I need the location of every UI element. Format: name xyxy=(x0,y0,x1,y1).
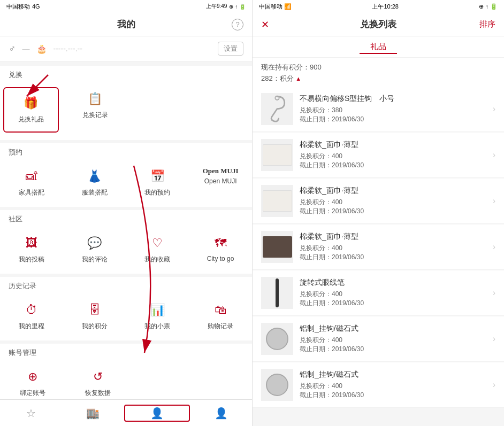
tab-gift[interactable]: 礼品 xyxy=(360,41,397,54)
post-icon: 🖼 xyxy=(22,234,41,253)
hook-mag1-points: 兑换积分：400 xyxy=(300,336,486,345)
right-carrier: 中国移动 📶 xyxy=(259,3,292,11)
shopping-record-label: 购物记录 xyxy=(208,322,233,331)
gift-item-hook[interactable]: 不易横向偏移S型挂钩 小号 兑换积分：380 截止日期：2019/06/30 › xyxy=(253,87,504,132)
restore-data-button[interactable]: ↺ 恢复数据 xyxy=(65,364,131,401)
open-muji-label: Open MUJI xyxy=(204,177,237,185)
hook-mag1-date: 截止日期：2019/06/30 xyxy=(300,345,486,354)
network-label: 4G xyxy=(32,3,40,10)
furniture-button[interactable]: 🛋 家具搭配 xyxy=(0,164,63,200)
history-section: 历史记录 ⏱ 我的里程 🗄 我的积分 📊 我的小票 🛍 购物记录 xyxy=(0,277,252,340)
settings-button[interactable]: 设置 xyxy=(218,42,243,56)
restore-icon: ↺ xyxy=(88,367,108,386)
my-receipt-label: 我的小票 xyxy=(144,322,170,331)
city-icon: 🗺 xyxy=(211,234,230,253)
cart-icon: 👤 xyxy=(215,407,228,420)
hook-mag2-name: 铝制_挂钩/磁石式 xyxy=(300,369,486,380)
left-time-label: 上午9:49 xyxy=(206,3,227,10)
my-receipt-button[interactable]: 📊 我的小票 xyxy=(126,297,189,334)
eyeliner-info: 旋转式眼线笔 兑换积分：400 截止日期：2019/06/30 xyxy=(300,277,486,308)
hook-mag2-points: 兑换积分：400 xyxy=(300,382,486,391)
sort-button[interactable]: 排序 xyxy=(479,19,495,29)
mileage-icon: ⏱ xyxy=(22,300,41,320)
battery-icons: ⊕ ↑ 🔋 xyxy=(229,4,246,10)
exchange-section: 兑换 🎁 兑换礼品 📋 兑换记录 xyxy=(0,66,252,140)
bind-account-button[interactable]: ⊕ 绑定账号 xyxy=(0,364,65,401)
bind-account-label: 绑定账号 xyxy=(20,389,45,398)
towel3-info: 棉柔软_面巾·薄型 兑换积分：400 截止日期：2019/06/30 xyxy=(300,231,486,262)
open-muji-brand: Open MUJI xyxy=(203,167,239,175)
collection-icon: ♡ xyxy=(148,234,167,253)
hook-item-info: 不易横向偏移S型挂钩 小号 兑换积分：380 截止日期：2019/06/30 xyxy=(300,94,486,125)
gift-item-towel2[interactable]: 棉柔软_面巾·薄型 兑换积分：400 截止日期：2019/06/30 › xyxy=(253,179,504,224)
towel2-date: 截止日期：2019/06/30 xyxy=(300,207,486,216)
city-to-go-label: City to go xyxy=(207,255,234,262)
eyeliner-name: 旋转式眼线笔 xyxy=(300,277,486,288)
close-button[interactable]: ✕ xyxy=(261,19,269,30)
gift-item-hook-mag1[interactable]: 铝制_挂钩/磁石式 兑换积分：400 截止日期：2019/06/30 › xyxy=(253,316,504,362)
gender-icon: ♂ xyxy=(9,43,16,55)
my-review-button[interactable]: 💬 我的评论 xyxy=(63,230,126,267)
gift-item-hook-mag2[interactable]: 铝制_挂钩/磁石式 兑换积分：400 截止日期：2019/06/30 › xyxy=(253,362,504,408)
towel3-arrow: › xyxy=(493,242,495,252)
tab-cart[interactable]: 👤 xyxy=(190,407,252,420)
towel2-info: 棉柔软_面巾·薄型 兑换积分：400 截止日期：2019/06/30 xyxy=(300,185,486,216)
my-points-button[interactable]: 🗄 我的积分 xyxy=(63,297,126,334)
restore-data-label: 恢复数据 xyxy=(85,389,111,398)
store-icon: 🏬 xyxy=(86,407,100,420)
tab-store[interactable]: 🏬 xyxy=(62,407,124,420)
cake-icon: 🎂 xyxy=(36,44,47,54)
history-grid: ⏱ 我的里程 🗄 我的积分 📊 我的小票 🛍 购物记录 xyxy=(0,293,252,340)
right-nav-bar: ✕ 兑换列表 排序 xyxy=(253,13,504,36)
exchange-header: 兑换 xyxy=(0,66,252,82)
me-icon: 👤 xyxy=(150,407,164,420)
my-mileage-button[interactable]: ⏱ 我的里程 xyxy=(0,297,63,334)
right-battery: ⊕ ↑ 🔋 xyxy=(479,3,498,10)
hook-mag2-arrow: › xyxy=(493,380,495,390)
city-to-go-button[interactable]: 🗺 City to go xyxy=(189,230,252,267)
right-wifi-icon: 📶 xyxy=(284,3,292,10)
towel2-name: 棉柔软_面巾·薄型 xyxy=(300,185,486,196)
right-page-title: 兑换列表 xyxy=(360,18,396,30)
left-status-left: 中国移动 4G xyxy=(6,3,40,11)
towel3-date: 截止日期：2019/06/30 xyxy=(300,253,486,262)
community-grid: 🖼 我的投稿 💬 我的评论 ♡ 我的收藏 🗺 City to go xyxy=(0,226,252,274)
hook-mag1-arrow: › xyxy=(493,334,495,344)
exchange-gift-button[interactable]: 🎁 兑换礼品 xyxy=(6,90,56,127)
towel-white2-shape xyxy=(263,190,292,212)
towel1-points: 兑换积分：400 xyxy=(300,152,486,161)
shopping-record-button[interactable]: 🛍 购物记录 xyxy=(189,297,252,334)
hook-mag2-date: 截止日期：2019/06/30 xyxy=(300,391,486,400)
help-button[interactable]: ? xyxy=(232,19,243,30)
clothing-button[interactable]: 👗 服装搭配 xyxy=(63,164,126,200)
my-collection-button[interactable]: ♡ 我的收藏 xyxy=(126,230,189,267)
tab-home[interactable]: ☆ xyxy=(0,407,62,420)
hook-svg-icon xyxy=(264,94,291,123)
gift-item-eyeliner[interactable]: 旋转式眼线笔 兑换积分：400 截止日期：2019/06/30 › xyxy=(253,270,504,316)
tab-me[interactable]: 👤 xyxy=(124,405,190,422)
home-icon: ☆ xyxy=(26,407,36,420)
gift-icon: 🎁 xyxy=(21,94,41,113)
my-post-button[interactable]: 🖼 我的投稿 xyxy=(0,230,63,267)
my-reservation-button[interactable]: 📅 我的预约 xyxy=(126,164,189,200)
towel1-name: 棉柔软_面巾·薄型 xyxy=(300,140,486,150)
exchange-gift-highlight-box: 🎁 兑换礼品 xyxy=(3,87,59,133)
next-points-value: 282：积分 xyxy=(261,74,294,82)
my-collection-label: 我的收藏 xyxy=(144,255,170,264)
account-header: 账号管理 xyxy=(0,344,252,360)
exchange-record-button[interactable]: 📋 兑换记录 xyxy=(62,86,128,134)
gift-item-towel1[interactable]: 棉柔软_面巾·薄型 兑换积分：400 截止日期：2019/06/30 › xyxy=(253,133,504,178)
right-panel: 中国移动 📶 上午10:28 ⊕ ↑ 🔋 ✕ 兑换列表 排序 礼品 现在持有积分… xyxy=(252,0,504,426)
towel2-arrow: › xyxy=(493,196,495,206)
reservation-header: 预约 xyxy=(0,143,252,159)
towel2-points: 兑换积分：400 xyxy=(300,198,486,207)
open-muji-button[interactable]: Open MUJI Open MUJI xyxy=(189,164,252,200)
current-points: 现在持有积分：900 xyxy=(261,62,495,73)
eyeliner-arrow: › xyxy=(493,288,495,298)
hook-item-arrow: › xyxy=(493,104,495,114)
profile-info: -----.---.-- xyxy=(54,44,212,53)
hook-thumbnail xyxy=(261,93,293,125)
gift-item-towel3[interactable]: 棉柔软_面巾·薄型 兑换积分：400 截止日期：2019/06/30 › xyxy=(253,224,504,270)
hook-mag2-shape xyxy=(266,374,288,396)
shopping-icon: 🛍 xyxy=(211,300,230,320)
